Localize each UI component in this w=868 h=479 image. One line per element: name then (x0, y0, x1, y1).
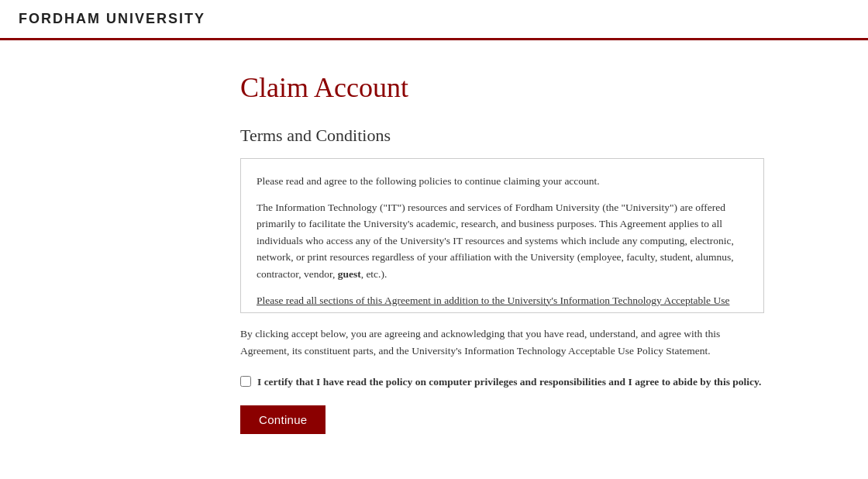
site-logo: FORDHAM UNIVERSITY (19, 11, 205, 26)
main-content: Claim Account Terms and Conditions Pleas… (85, 40, 783, 479)
terms-para-3: Please read all sections of this Agreeme… (257, 292, 748, 313)
terms-para-1: Please read and agree to the following p… (257, 173, 748, 190)
agreement-text: By clicking accept below, you are agreei… (240, 326, 764, 359)
terms-para-2: The Information Technology ("IT") resour… (257, 199, 748, 283)
continue-button[interactable]: Continue (240, 405, 326, 434)
site-header: FORDHAM UNIVERSITY (0, 0, 868, 40)
section-title: Terms and Conditions (240, 126, 764, 146)
page-title: Claim Account (240, 71, 764, 104)
certify-checkbox[interactable] (240, 376, 251, 387)
terms-box[interactable]: Please read and agree to the following p… (240, 158, 764, 313)
certify-row: I certify that I have read the policy on… (240, 374, 764, 390)
certify-label[interactable]: I certify that I have read the policy on… (257, 374, 761, 390)
